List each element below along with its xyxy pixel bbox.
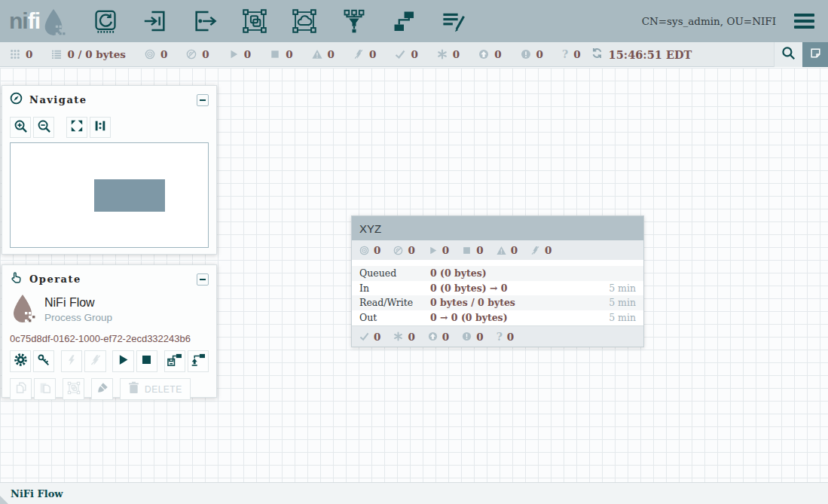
save-template-button[interactable] [164, 350, 185, 372]
badge-count: 0 [476, 331, 483, 343]
copy-button[interactable] [10, 378, 32, 400]
remote-process-group-icon[interactable] [290, 7, 319, 35]
gear-icon [14, 353, 28, 370]
badge-count: 0 [511, 244, 518, 256]
badge-count: 0 [374, 244, 380, 256]
stopped-count: 0 [286, 48, 292, 60]
nifi-logo: ni fi [9, 2, 66, 41]
zoom-actual-button[interactable] [90, 117, 111, 138]
breadcrumb-bar: NiFi Flow [0, 482, 828, 504]
selected-flow-uuid: 0c75d8df-0162-1000-ef72-2ecd332243b6 [10, 333, 209, 344]
invalid-badge: 0 [496, 244, 518, 256]
navigate-panel-header[interactable]: Navigate [2, 86, 216, 112]
operate-button-row-2: DELETE [10, 378, 209, 400]
hamburger-icon[interactable] [793, 12, 816, 30]
upload-template-icon [190, 353, 206, 370]
running-count: 0 [244, 48, 251, 60]
output-port-icon[interactable] [191, 7, 219, 35]
badge-count: 0 [408, 331, 414, 343]
search-button[interactable] [774, 42, 802, 67]
enable-button[interactable] [61, 350, 82, 372]
operate-panel: Operate NiFi Flow Process [2, 264, 217, 398]
locally-modified-badge: 0 [393, 331, 414, 343]
transmitting-count: 0 [160, 48, 167, 60]
selected-flow-type: Process Group [44, 312, 112, 323]
badge-count: 0 [507, 331, 514, 343]
zoom-out-button[interactable] [33, 117, 54, 138]
process-group-xyz[interactable]: XYZ 0 0 0 0 0 [351, 215, 644, 347]
stat-row-queued: Queued 0 (0 bytes) [352, 266, 643, 281]
play-icon [117, 353, 130, 369]
group-button[interactable] [63, 378, 84, 400]
stat-row-in: In 0 (0 bytes) → 0 5 min [352, 281, 643, 296]
current-user[interactable]: CN=sys_admin, OU=NIFI [642, 15, 776, 27]
flow-canvas[interactable]: Navigate [0, 68, 828, 482]
configure-button[interactable] [10, 350, 31, 372]
stopped-badge: 0 [462, 244, 483, 256]
refresh-icon[interactable] [591, 47, 603, 62]
disable-button[interactable] [84, 350, 105, 372]
not-transmitting-icon [186, 49, 197, 60]
active-threads-status: 0 [10, 48, 32, 60]
operate-panel-header[interactable]: Operate [2, 265, 216, 292]
upload-template-button[interactable] [188, 350, 209, 372]
not-transmitting-count: 0 [202, 48, 209, 60]
color-button[interactable] [91, 378, 113, 400]
process-group-version-badges: 0 0 0 0 ? 0 [352, 325, 643, 347]
not-transmitting-icon [393, 246, 403, 255]
operate-collapse-button[interactable] [197, 273, 209, 286]
up-to-date-badge: 0 [359, 331, 380, 343]
zoom-in-icon [14, 119, 28, 136]
stop-button[interactable] [136, 350, 157, 372]
search-icon [781, 46, 796, 63]
running-badge: 0 [428, 244, 449, 256]
stat-value: 0 → 0 (0 bytes) [430, 312, 508, 323]
locally-modified-stale-icon [521, 49, 531, 60]
stat-label: Out [352, 312, 430, 323]
input-port-icon[interactable] [141, 7, 170, 35]
flow-status-bar: 0 0 / 0 bytes 0 0 0 [0, 42, 828, 67]
locally-modified-status: 0 [437, 48, 460, 60]
breadcrumb-nifi-flow[interactable]: NiFi Flow [11, 488, 63, 499]
stopped-status: 0 [270, 48, 292, 60]
queued-count: 0 / 0 bytes [67, 48, 126, 60]
start-button[interactable] [112, 350, 133, 372]
locally-modified-stale-badge: 0 [462, 331, 483, 343]
locally-modified-stale-icon [462, 331, 472, 341]
funnel-icon[interactable] [340, 7, 368, 35]
stale-icon [428, 331, 438, 341]
badge-count: 0 [442, 244, 449, 256]
last-refresh-time: 15:46:51 EDT [609, 48, 692, 61]
locally-modified-stale-count: 0 [536, 48, 543, 60]
stat-window: 5 min [609, 312, 643, 323]
access-policies-button[interactable] [33, 350, 54, 372]
zoom-out-icon [37, 119, 51, 136]
birdseye-minimap[interactable] [10, 142, 209, 248]
process-group-icon[interactable] [240, 7, 269, 35]
stat-row-out: Out 0 → 0 (0 bytes) 5 min [352, 310, 643, 325]
navigate-collapse-button[interactable] [197, 94, 209, 106]
template-icon[interactable] [390, 7, 418, 35]
stop-icon [140, 353, 153, 369]
birdseye-toggle-button[interactable] [802, 42, 828, 67]
badge-count: 0 [442, 331, 449, 343]
disabled-icon [530, 246, 540, 255]
stat-label: In [352, 283, 430, 294]
zoom-fit-button[interactable] [66, 117, 87, 138]
processor-icon[interactable] [91, 7, 120, 35]
delete-button[interactable]: DELETE [120, 378, 191, 400]
active-threads-count: 0 [26, 48, 32, 60]
queued-status: 0 / 0 bytes [51, 48, 126, 60]
running-icon [428, 246, 438, 255]
up-to-date-status: 0 [395, 48, 417, 60]
breadcrumb-resize-grip[interactable] [0, 496, 8, 504]
label-icon[interactable] [439, 7, 468, 35]
zoom-in-button[interactable] [10, 117, 31, 138]
process-group-header[interactable]: XYZ [352, 216, 643, 240]
transmitting-status: 0 [145, 48, 167, 60]
birdseye-component-rect[interactable] [94, 179, 165, 212]
sync-failure-icon: ? [496, 331, 503, 342]
stopped-icon [462, 246, 472, 255]
selected-flow-name: NiFi Flow [44, 296, 112, 310]
paste-button[interactable] [34, 378, 56, 400]
